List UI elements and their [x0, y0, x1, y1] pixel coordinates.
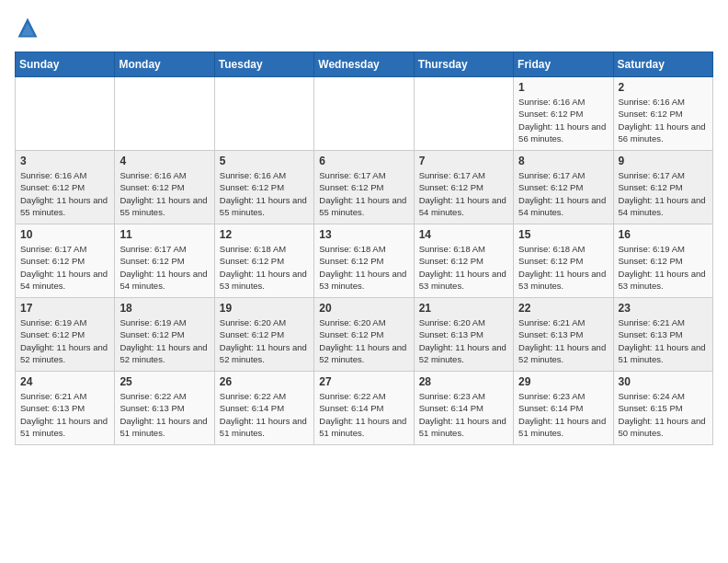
day-number: 18 — [119, 302, 209, 315]
day-info: Sunrise: 6:18 AM Sunset: 6:12 PM Dayligh… — [419, 243, 508, 292]
day-info: Sunrise: 6:19 AM Sunset: 6:12 PM Dayligh… — [20, 316, 109, 365]
day-number: 12 — [220, 228, 309, 241]
day-info: Sunrise: 6:18 AM Sunset: 6:12 PM Dayligh… — [220, 243, 309, 292]
day-number: 15 — [518, 228, 608, 241]
calendar-cell: 16Sunrise: 6:19 AM Sunset: 6:12 PM Dayli… — [613, 224, 712, 298]
day-number: 19 — [220, 302, 309, 315]
calendar-cell: 23Sunrise: 6:21 AM Sunset: 6:13 PM Dayli… — [613, 298, 712, 372]
calendar-cell: 17Sunrise: 6:19 AM Sunset: 6:12 PM Dayli… — [16, 298, 115, 372]
day-number: 1 — [518, 81, 608, 94]
calendar-cell: 4Sunrise: 6:16 AM Sunset: 6:12 PM Daylig… — [115, 151, 214, 224]
calendar-cell: 15Sunrise: 6:18 AM Sunset: 6:12 PM Dayli… — [514, 224, 613, 298]
day-number: 13 — [319, 228, 408, 241]
day-number: 10 — [20, 228, 109, 241]
day-info: Sunrise: 6:19 AM Sunset: 6:12 PM Dayligh… — [119, 316, 209, 365]
weekday-header: Monday — [115, 52, 214, 77]
day-number: 6 — [319, 155, 408, 167]
weekday-header: Sunday — [16, 52, 115, 77]
day-info: Sunrise: 6:21 AM Sunset: 6:13 PM Dayligh… — [20, 390, 109, 439]
calendar-cell — [16, 77, 115, 151]
calendar-cell: 13Sunrise: 6:18 AM Sunset: 6:12 PM Dayli… — [314, 224, 414, 298]
day-info: Sunrise: 6:16 AM Sunset: 6:12 PM Dayligh… — [20, 169, 109, 218]
day-number: 5 — [220, 155, 309, 167]
weekday-header: Wednesday — [314, 52, 414, 77]
calendar-cell: 6Sunrise: 6:17 AM Sunset: 6:12 PM Daylig… — [314, 151, 414, 224]
calendar-cell: 3Sunrise: 6:16 AM Sunset: 6:12 PM Daylig… — [16, 151, 115, 224]
calendar-week-row: 24Sunrise: 6:21 AM Sunset: 6:13 PM Dayli… — [16, 372, 713, 445]
calendar-cell: 27Sunrise: 6:22 AM Sunset: 6:14 PM Dayli… — [314, 372, 414, 445]
calendar-cell: 8Sunrise: 6:17 AM Sunset: 6:12 PM Daylig… — [514, 151, 613, 224]
calendar-cell: 1Sunrise: 6:16 AM Sunset: 6:12 PM Daylig… — [514, 77, 613, 151]
day-info: Sunrise: 6:23 AM Sunset: 6:14 PM Dayligh… — [419, 390, 508, 439]
day-info: Sunrise: 6:16 AM Sunset: 6:12 PM Dayligh… — [119, 169, 209, 218]
calendar-cell: 24Sunrise: 6:21 AM Sunset: 6:13 PM Dayli… — [16, 372, 115, 445]
day-info: Sunrise: 6:16 AM Sunset: 6:12 PM Dayligh… — [220, 169, 309, 218]
calendar-cell: 29Sunrise: 6:23 AM Sunset: 6:14 PM Dayli… — [514, 372, 613, 445]
calendar-cell — [314, 77, 414, 151]
day-info: Sunrise: 6:24 AM Sunset: 6:15 PM Dayligh… — [619, 390, 708, 439]
day-info: Sunrise: 6:17 AM Sunset: 6:12 PM Dayligh… — [518, 169, 608, 218]
day-number: 9 — [619, 155, 708, 167]
day-info: Sunrise: 6:23 AM Sunset: 6:14 PM Dayligh… — [518, 390, 608, 439]
calendar-cell — [115, 77, 214, 151]
day-number: 24 — [20, 375, 109, 388]
calendar-cell: 10Sunrise: 6:17 AM Sunset: 6:12 PM Dayli… — [16, 224, 115, 298]
day-number: 28 — [419, 375, 508, 388]
day-info: Sunrise: 6:16 AM Sunset: 6:12 PM Dayligh… — [619, 96, 708, 144]
day-number: 25 — [119, 375, 209, 388]
calendar-cell: 5Sunrise: 6:16 AM Sunset: 6:12 PM Daylig… — [214, 151, 313, 224]
day-number: 21 — [419, 302, 508, 315]
calendar-week-row: 1Sunrise: 6:16 AM Sunset: 6:12 PM Daylig… — [16, 77, 713, 151]
calendar-cell: 14Sunrise: 6:18 AM Sunset: 6:12 PM Dayli… — [414, 224, 513, 298]
day-number: 30 — [619, 375, 708, 388]
calendar-cell — [414, 77, 513, 151]
day-number: 17 — [20, 302, 109, 315]
day-number: 22 — [518, 302, 608, 315]
calendar-body: 1Sunrise: 6:16 AM Sunset: 6:12 PM Daylig… — [16, 77, 713, 445]
weekday-header: Thursday — [414, 52, 513, 77]
day-number: 8 — [518, 155, 608, 167]
day-number: 16 — [619, 228, 708, 241]
calendar-cell: 9Sunrise: 6:17 AM Sunset: 6:12 PM Daylig… — [613, 151, 712, 224]
logo-icon — [15, 15, 40, 40]
calendar-cell: 26Sunrise: 6:22 AM Sunset: 6:14 PM Dayli… — [214, 372, 313, 445]
day-number: 4 — [119, 155, 209, 167]
weekday-header: Saturday — [613, 52, 712, 77]
weekday-header: Friday — [514, 52, 613, 77]
day-info: Sunrise: 6:18 AM Sunset: 6:12 PM Dayligh… — [319, 243, 408, 292]
calendar-cell: 18Sunrise: 6:19 AM Sunset: 6:12 PM Dayli… — [115, 298, 214, 372]
day-info: Sunrise: 6:21 AM Sunset: 6:13 PM Dayligh… — [518, 316, 608, 365]
calendar-week-row: 3Sunrise: 6:16 AM Sunset: 6:12 PM Daylig… — [16, 151, 713, 224]
day-number: 27 — [319, 375, 408, 388]
day-info: Sunrise: 6:20 AM Sunset: 6:13 PM Dayligh… — [419, 316, 508, 365]
day-info: Sunrise: 6:17 AM Sunset: 6:12 PM Dayligh… — [20, 243, 109, 292]
calendar-week-row: 10Sunrise: 6:17 AM Sunset: 6:12 PM Dayli… — [16, 224, 713, 298]
day-info: Sunrise: 6:21 AM Sunset: 6:13 PM Dayligh… — [619, 316, 708, 365]
day-number: 26 — [220, 375, 309, 388]
day-info: Sunrise: 6:17 AM Sunset: 6:12 PM Dayligh… — [119, 243, 209, 292]
calendar-cell: 20Sunrise: 6:20 AM Sunset: 6:12 PM Dayli… — [314, 298, 414, 372]
calendar-table: SundayMondayTuesdayWednesdayThursdayFrid… — [15, 52, 713, 445]
calendar-header: SundayMondayTuesdayWednesdayThursdayFrid… — [16, 52, 713, 77]
day-info: Sunrise: 6:17 AM Sunset: 6:12 PM Dayligh… — [619, 169, 708, 218]
day-number: 3 — [20, 155, 109, 167]
calendar-cell: 7Sunrise: 6:17 AM Sunset: 6:12 PM Daylig… — [414, 151, 513, 224]
calendar-week-row: 17Sunrise: 6:19 AM Sunset: 6:12 PM Dayli… — [16, 298, 713, 372]
page-header — [15, 15, 713, 40]
calendar-cell: 2Sunrise: 6:16 AM Sunset: 6:12 PM Daylig… — [613, 77, 712, 151]
day-number: 7 — [419, 155, 508, 167]
calendar-cell: 19Sunrise: 6:20 AM Sunset: 6:12 PM Dayli… — [214, 298, 313, 372]
day-info: Sunrise: 6:20 AM Sunset: 6:12 PM Dayligh… — [220, 316, 309, 365]
day-info: Sunrise: 6:17 AM Sunset: 6:12 PM Dayligh… — [319, 169, 408, 218]
day-number: 23 — [619, 302, 708, 315]
calendar-cell: 30Sunrise: 6:24 AM Sunset: 6:15 PM Dayli… — [613, 372, 712, 445]
day-number: 20 — [319, 302, 408, 315]
day-number: 14 — [419, 228, 508, 241]
calendar-cell — [214, 77, 313, 151]
logo — [15, 15, 44, 40]
day-info: Sunrise: 6:19 AM Sunset: 6:12 PM Dayligh… — [619, 243, 708, 292]
day-number: 29 — [518, 375, 608, 388]
day-info: Sunrise: 6:22 AM Sunset: 6:14 PM Dayligh… — [220, 390, 309, 439]
calendar-cell: 21Sunrise: 6:20 AM Sunset: 6:13 PM Dayli… — [414, 298, 513, 372]
calendar-cell: 28Sunrise: 6:23 AM Sunset: 6:14 PM Dayli… — [414, 372, 513, 445]
